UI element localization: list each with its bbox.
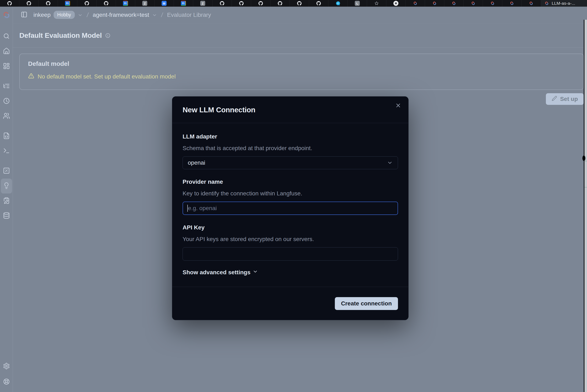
breadcrumb-current-page: Evaluator Library bbox=[167, 12, 211, 18]
dashboards-icon bbox=[3, 62, 10, 70]
browser-tab[interactable] bbox=[77, 0, 97, 7]
set-up-button-label: Set up bbox=[560, 96, 578, 102]
api-key-field: API Key Your API keys are stored encrypt… bbox=[183, 224, 398, 260]
api-key-input[interactable] bbox=[183, 247, 398, 260]
github-favicon-icon bbox=[239, 1, 244, 6]
browser-tab-active[interactable]: LLM-as-a-... bbox=[541, 0, 587, 7]
sidebar-toggle-button[interactable] bbox=[20, 10, 29, 19]
active-tab-title: LLM-as-a-... bbox=[552, 1, 575, 6]
browser-tab[interactable] bbox=[521, 0, 541, 7]
l-favicon-icon: L bbox=[355, 1, 360, 6]
select-value: openai bbox=[188, 160, 205, 166]
support-icon bbox=[3, 378, 10, 386]
browser-tab[interactable] bbox=[367, 0, 386, 7]
chevron-down-icon bbox=[152, 12, 157, 18]
llm-adapter-select[interactable]: openai bbox=[183, 156, 398, 169]
field-description: Your API keys are stored encrypted on ou… bbox=[183, 236, 398, 243]
field-label: LLM adapter bbox=[183, 133, 398, 140]
edge-line bbox=[584, 161, 587, 161]
browser-tab[interactable] bbox=[232, 0, 251, 7]
sidebar-item-users[interactable] bbox=[1, 109, 12, 124]
sidebar-item-support[interactable] bbox=[1, 374, 12, 390]
set-up-button[interactable]: Set up bbox=[546, 93, 584, 105]
browser-tab[interactable] bbox=[251, 0, 270, 7]
browser-tab[interactable] bbox=[464, 0, 483, 7]
plan-badge: Hobby bbox=[54, 11, 75, 19]
llm-adapter-field: LLM adapter Schema that is accepted at t… bbox=[183, 133, 398, 169]
github-favicon-icon bbox=[46, 1, 51, 6]
sidebar-item-annotation[interactable] bbox=[1, 194, 12, 208]
langfuse-favicon-icon bbox=[490, 1, 495, 6]
sidebar-item-prompts[interactable] bbox=[1, 129, 12, 144]
field-description: Key to identify the connection within La… bbox=[183, 190, 398, 197]
browser-tab[interactable] bbox=[0, 0, 19, 7]
browser-tab[interactable] bbox=[425, 0, 444, 7]
github-favicon-icon bbox=[7, 1, 12, 6]
sidebar-item-experiments[interactable] bbox=[1, 164, 12, 178]
sidebar-nav bbox=[0, 23, 13, 224]
browser-tab[interactable]: 31 bbox=[174, 0, 193, 7]
show-advanced-settings-toggle[interactable]: Show advanced settings bbox=[183, 269, 398, 276]
top-nav: inkeep Hobby / agent-framework=test / Ev… bbox=[13, 7, 587, 23]
star-favicon-icon bbox=[374, 1, 379, 6]
langfuse-favicon-icon bbox=[471, 1, 476, 6]
langfuse-logo[interactable] bbox=[0, 7, 13, 23]
project-name: agent-framework=test bbox=[93, 12, 149, 18]
warning-text: No default model set. Set up default eva… bbox=[38, 73, 176, 80]
gcal-favicon-icon: 31 bbox=[181, 1, 186, 6]
browser-tab[interactable]: Z bbox=[135, 0, 155, 7]
sidebar-item-home[interactable] bbox=[1, 44, 12, 59]
browser-tab[interactable]: Z bbox=[193, 0, 213, 7]
github-favicon-icon bbox=[278, 1, 282, 6]
browser-tab[interactable] bbox=[483, 0, 502, 7]
browser-tab[interactable] bbox=[406, 0, 425, 7]
github-favicon-icon bbox=[258, 1, 263, 6]
browser-tab[interactable] bbox=[328, 0, 348, 7]
browser-tab[interactable]: 31 bbox=[58, 0, 77, 7]
sidebar-item-datasets[interactable] bbox=[1, 208, 12, 224]
search-icon bbox=[3, 32, 10, 40]
browser-tab[interactable] bbox=[39, 0, 58, 7]
provider-name-input[interactable] bbox=[183, 202, 398, 215]
sidebar bbox=[0, 7, 13, 392]
annotation-icon bbox=[3, 197, 10, 205]
langfuse-favicon-icon bbox=[413, 1, 418, 6]
sidebar-item-tracing[interactable] bbox=[1, 79, 12, 94]
openai-favicon-icon bbox=[393, 1, 398, 6]
langfuse-favicon-icon bbox=[432, 1, 437, 6]
create-connection-button[interactable]: Create connection bbox=[335, 297, 398, 310]
browser-tab[interactable] bbox=[290, 0, 309, 7]
tracing-icon bbox=[3, 82, 10, 90]
sidebar-item-evaluation[interactable] bbox=[1, 178, 12, 194]
chevron-down-icon bbox=[387, 160, 393, 166]
modal-title: New LLM Connection bbox=[183, 106, 255, 114]
browser-tab[interactable] bbox=[309, 0, 328, 7]
browser-tab[interactable] bbox=[386, 0, 406, 7]
datasets-icon bbox=[3, 212, 10, 220]
sidebar-item-dashboards[interactable] bbox=[1, 59, 12, 74]
org-switcher[interactable]: inkeep Hobby bbox=[34, 11, 83, 19]
browser-tab[interactable] bbox=[19, 0, 39, 7]
pencil-icon bbox=[552, 96, 557, 102]
browser-tab[interactable] bbox=[97, 0, 116, 7]
sidebar-item-search[interactable] bbox=[1, 29, 12, 44]
browser-tab[interactable]: L bbox=[348, 0, 367, 7]
modal-footer: Create connection bbox=[172, 287, 408, 320]
modal-body: LLM adapter Schema that is accepted at t… bbox=[172, 123, 408, 287]
info-icon[interactable] bbox=[105, 33, 111, 38]
panel-left-icon bbox=[21, 11, 28, 19]
sidebar-item-playground[interactable] bbox=[1, 144, 12, 159]
close-button[interactable] bbox=[395, 102, 402, 109]
browser-tab[interactable]: 31 bbox=[116, 0, 135, 7]
sidebar-item-sessions[interactable] bbox=[1, 94, 12, 109]
browser-tab[interactable] bbox=[444, 0, 464, 7]
project-switcher[interactable]: agent-framework=test bbox=[93, 12, 157, 18]
gcal-favicon-icon: 31 bbox=[123, 1, 128, 6]
browser-tab[interactable] bbox=[502, 0, 521, 7]
browser-tab[interactable] bbox=[213, 0, 232, 7]
browser-tab[interactable] bbox=[270, 0, 290, 7]
sidebar-item-settings[interactable] bbox=[1, 359, 12, 374]
experiments-icon bbox=[3, 167, 10, 175]
github-favicon-icon bbox=[26, 1, 31, 6]
browser-tab[interactable] bbox=[155, 0, 174, 7]
